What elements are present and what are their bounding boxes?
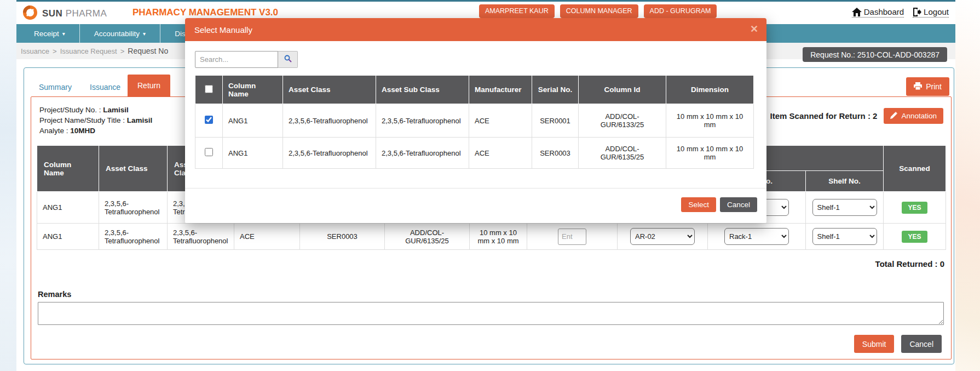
scanned-badge: YES bbox=[902, 202, 927, 214]
breadcrumb-separator: > bbox=[120, 47, 125, 55]
cell-dimension: 10 mm x 10 mm x 10 mm bbox=[666, 138, 754, 169]
search-input[interactable] bbox=[195, 51, 278, 68]
cell-serial-no: SER0001 bbox=[532, 104, 579, 138]
cell-asset-class: 2,3,5,6-Tetrafluorophenol bbox=[99, 192, 168, 224]
modal-columns-table: Column Name Asset Class Asset Sub Class … bbox=[195, 75, 754, 169]
modal-col-column-name: Column Name bbox=[223, 76, 283, 104]
cell-manufacturer: ACE bbox=[234, 224, 300, 250]
submit-button[interactable]: Submit bbox=[854, 335, 895, 353]
col-header-shelf-no: Shelf No. bbox=[806, 171, 884, 192]
sun-pharma-logo-icon bbox=[22, 4, 38, 23]
dashboard-link[interactable]: Dashboard bbox=[852, 7, 904, 18]
breadcrumb-issuance[interactable]: Issuance bbox=[21, 47, 49, 55]
sun-pharma-logo: SUN PHARMA bbox=[22, 4, 107, 23]
print-label: Print bbox=[926, 82, 942, 91]
chevron-down-icon: ▾ bbox=[62, 31, 65, 37]
col-header-scanned: Scanned bbox=[884, 146, 946, 192]
cell-asset-class: 2,3,5,6-Tetrafluorophenol bbox=[283, 138, 376, 169]
background-right bbox=[955, 0, 980, 371]
project-name-title: Project Name/Study Title : Lamisil bbox=[39, 115, 152, 125]
breadcrumb: Issuance > Issuance Request > Request No bbox=[21, 47, 168, 55]
modal-table-row: ANG1 2,3,5,6-Tetrafluorophenol 2,3,5,6-T… bbox=[195, 104, 754, 138]
analyte: Analyte : 10MHD bbox=[39, 125, 152, 136]
nav-item-accountability[interactable]: Accountability ▾ bbox=[80, 24, 160, 43]
role-badge[interactable]: COLUMN MANAGER bbox=[560, 4, 638, 18]
modal-select-button[interactable]: Select bbox=[681, 197, 716, 212]
tab-return-active[interactable]: Return bbox=[128, 75, 170, 96]
modal-col-serial-no: Serial No. bbox=[532, 76, 579, 104]
row-checkbox[interactable] bbox=[205, 148, 213, 156]
select-all-checkbox[interactable] bbox=[205, 85, 213, 93]
form-actions: Submit Cancel bbox=[854, 335, 942, 353]
item-scanned-count: Item Scanned for Return : 2 bbox=[770, 111, 878, 121]
breadcrumb-issuance-request[interactable]: Issuance Request bbox=[60, 47, 117, 55]
logout-icon bbox=[913, 8, 921, 16]
select-manually-modal: Select Manually ✕ bbox=[185, 18, 766, 223]
cell-asset-class: 2,3,5,6-Tetrafluorophenol bbox=[283, 104, 376, 138]
tab-issuance[interactable]: Issuance bbox=[90, 83, 120, 92]
cell-serial-no: SER0003 bbox=[532, 138, 579, 169]
annotation-button[interactable]: Annotation bbox=[884, 108, 943, 124]
total-returned: Total Returned : 0 bbox=[875, 259, 944, 269]
modal-table-row: ANG1 2,3,5,6-Tetrafluorophenol 2,3,5,6-T… bbox=[195, 138, 754, 169]
area-select[interactable]: AR-02 bbox=[630, 228, 695, 245]
cell-serial-no: SER0003 bbox=[300, 224, 385, 250]
dashboard-label: Dashboard bbox=[864, 7, 904, 16]
print-button[interactable]: Print bbox=[906, 77, 949, 96]
modal-title: Select Manually bbox=[194, 25, 252, 35]
cell-asset-class: 2,3,5,6-Tetrafluorophenol bbox=[99, 224, 168, 250]
background-left bbox=[0, 0, 16, 371]
cell-dimension: 10 mm x 10 mm x 10 mm bbox=[470, 224, 527, 250]
tab-summary[interactable]: Summary bbox=[39, 83, 72, 92]
modal-cancel-button[interactable]: Cancel bbox=[720, 197, 757, 212]
col-header-column-name: Column Name bbox=[37, 146, 99, 192]
page-title: PHARMACY MANAGEMENT V3.0 bbox=[132, 7, 278, 18]
cell-column-id: ADD/COL-GUR/6135/25 bbox=[385, 224, 470, 250]
quantity-input[interactable] bbox=[558, 229, 586, 245]
chevron-down-icon: ▾ bbox=[143, 31, 146, 37]
modal-body: Column Name Asset Class Asset Sub Class … bbox=[185, 41, 766, 188]
pencil-icon bbox=[890, 112, 897, 121]
printer-icon bbox=[914, 82, 922, 92]
logo-pharma: PHARMA bbox=[66, 8, 107, 19]
app-window: SUN PHARMA PHARMACY MANAGEMENT V3.0 AMAR… bbox=[16, 0, 955, 371]
cell-column-name: ANG1 bbox=[223, 138, 283, 169]
cell-column-id: ADD/COL-GUR/6135/25 bbox=[579, 138, 666, 169]
search-icon bbox=[284, 55, 292, 64]
modal-col-column-id: Column Id bbox=[579, 76, 666, 104]
cell-asset-sub-class: 2,3,5,6-Tetrafluorophenol bbox=[168, 224, 234, 250]
nav-item-receipt[interactable]: Receipt ▾ bbox=[20, 24, 80, 43]
home-icon bbox=[852, 8, 862, 16]
scan-summary-row: Item Scanned for Return : 2 Annotation bbox=[770, 108, 943, 124]
remarks-label: Remarks bbox=[38, 290, 71, 299]
col-header-asset-class: Asset Class bbox=[99, 146, 168, 192]
site-badge[interactable]: ADD - GURUGRAM bbox=[644, 4, 717, 18]
cell-manufacturer: ACE bbox=[469, 104, 532, 138]
request-no-badge: Request No.: 2510-COL-ADD-003287 bbox=[803, 47, 947, 62]
cell-manufacturer: ACE bbox=[469, 138, 532, 169]
nav-receipt-label: Receipt bbox=[34, 30, 59, 38]
cell-column-id: ADD/COL-GUR/6133/25 bbox=[579, 104, 666, 138]
row-checkbox[interactable] bbox=[205, 116, 213, 124]
rack-select[interactable]: Rack-1 bbox=[724, 228, 789, 245]
logout-link[interactable]: Logout bbox=[913, 7, 949, 18]
cancel-button[interactable]: Cancel bbox=[901, 335, 942, 353]
header-links: Dashboard Logout bbox=[852, 7, 949, 18]
modal-col-dimension: Dimension bbox=[666, 76, 754, 104]
logout-label: Logout bbox=[924, 7, 949, 16]
user-badge[interactable]: AMARPREET KAUR bbox=[479, 4, 555, 18]
project-info: Project/Study No. : Lamisil Project Name… bbox=[39, 105, 152, 136]
project-study-no: Project/Study No. : Lamisil bbox=[39, 105, 152, 115]
search-button[interactable] bbox=[278, 51, 298, 68]
remarks-textarea[interactable] bbox=[38, 302, 944, 325]
modal-header: Select Manually ✕ bbox=[185, 18, 766, 41]
shelf-select[interactable]: Shelf-1 bbox=[812, 228, 877, 245]
logo-text: SUN PHARMA bbox=[42, 8, 107, 19]
shelf-select[interactable]: Shelf-1 bbox=[812, 199, 877, 216]
table-row: ANG1 2,3,5,6-Tetrafluorophenol 2,3,5,6-T… bbox=[37, 224, 946, 250]
cell-asset-sub-class: 2,3,5,6-Tetrafluorophenol bbox=[376, 138, 469, 169]
close-icon[interactable]: ✕ bbox=[750, 23, 758, 35]
cell-asset-sub-class: 2,3,5,6-Tetrafluorophenol bbox=[376, 104, 469, 138]
logo-sun: SUN bbox=[42, 8, 62, 19]
modal-footer: Select Cancel bbox=[185, 188, 766, 223]
